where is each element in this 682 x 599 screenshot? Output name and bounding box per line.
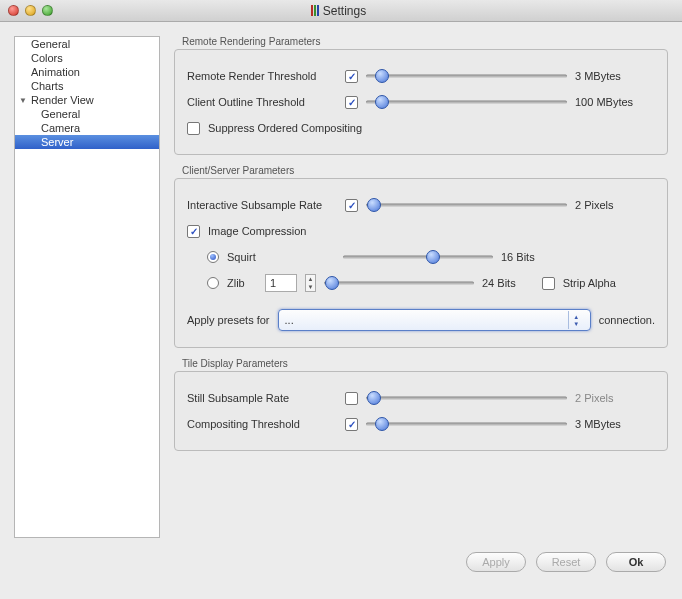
reset-button[interactable]: Reset [536,552,596,572]
zlib-level-field[interactable]: 1 [265,274,297,292]
still-subsample-slider[interactable] [366,390,567,406]
sidebar-item-animation[interactable]: Animation [15,65,159,79]
footer: Apply Reset Ok [0,552,682,584]
group-title-remote: Remote Rendering Parameters [182,36,668,47]
group-client-server: Interactive Subsample Rate 2 Pixels Imag… [174,178,668,348]
window-title: Settings [323,4,366,18]
zlib-radio[interactable] [207,277,219,289]
group-tile-display: Still Subsample Rate 2 Pixels Compositin… [174,371,668,451]
sidebar-item-label: Render View [31,94,94,106]
squirt-label: Squirt [227,251,267,263]
suppress-compositing-label: Suppress Ordered Compositing [208,122,362,134]
squirt-value: 16 Bits [501,251,535,263]
remote-render-checkbox[interactable] [345,70,358,83]
client-outline-value: 100 MBytes [575,96,655,108]
sidebar-item-colors[interactable]: Colors [15,51,159,65]
group-title-tile: Tile Display Parameters [182,358,668,369]
main-panel: Remote Rendering Parameters Remote Rende… [174,36,668,538]
sidebar-item-render-view[interactable]: ▼ Render View [15,93,159,107]
remote-render-slider[interactable] [366,68,567,84]
zlib-value: 24 Bits [482,277,516,289]
zoom-icon[interactable] [42,5,53,16]
content-area: General Colors Animation Charts ▼ Render… [0,22,682,552]
app-icon [311,5,319,16]
preset-combo[interactable]: ... ▲▼ [278,309,591,331]
compositing-threshold-slider[interactable] [366,416,567,432]
ok-button[interactable]: Ok [606,552,666,572]
sidebar-item-label: General [41,108,80,120]
strip-alpha-label: Strip Alpha [563,277,616,289]
client-outline-label: Client Outline Threshold [187,96,337,108]
sidebar-item-label: Server [41,136,73,148]
suppress-compositing-checkbox[interactable] [187,122,200,135]
sidebar-item-label: Charts [31,80,63,92]
subsample-label: Interactive Subsample Rate [187,199,337,211]
sidebar-item-label: Animation [31,66,80,78]
sidebar-item-label: General [31,38,70,50]
still-subsample-label: Still Subsample Rate [187,392,337,404]
chevron-down-icon[interactable]: ▼ [19,96,29,105]
subsample-value: 2 Pixels [575,199,655,211]
sidebar-item-rv-camera[interactable]: Camera [15,121,159,135]
sidebar: General Colors Animation Charts ▼ Render… [14,36,160,538]
preset-selected: ... [285,314,568,326]
subsample-checkbox[interactable] [345,199,358,212]
client-outline-slider[interactable] [366,94,567,110]
window-title-area: Settings [53,4,624,18]
sidebar-item-label: Camera [41,122,80,134]
close-icon[interactable] [8,5,19,16]
group-title-clientserver: Client/Server Parameters [182,165,668,176]
minimize-icon[interactable] [25,5,36,16]
sidebar-item-general[interactable]: General [15,37,159,51]
apply-button[interactable]: Apply [466,552,526,572]
still-subsample-checkbox[interactable] [345,392,358,405]
image-compression-checkbox[interactable] [187,225,200,238]
group-remote-rendering: Remote Render Threshold 3 MBytes Client … [174,49,668,155]
compositing-threshold-value: 3 MBytes [575,418,655,430]
client-outline-checkbox[interactable] [345,96,358,109]
subsample-slider[interactable] [366,197,567,213]
sidebar-item-rv-server[interactable]: Server [15,135,159,149]
remote-render-label: Remote Render Threshold [187,70,337,82]
preset-prefix: Apply presets for [187,314,270,326]
preset-suffix: connection. [599,314,655,326]
zlib-slider[interactable] [324,275,474,291]
sidebar-item-label: Colors [31,52,63,64]
squirt-slider[interactable] [343,249,493,265]
strip-alpha-checkbox[interactable] [542,277,555,290]
updown-arrows-icon: ▲▼ [568,311,584,329]
still-subsample-value: 2 Pixels [575,392,655,404]
squirt-radio[interactable] [207,251,219,263]
zlib-label: Zlib [227,277,257,289]
titlebar: Settings [0,0,682,22]
zlib-level-stepper[interactable]: ▲▼ [305,274,316,292]
sidebar-item-rv-general[interactable]: General [15,107,159,121]
sidebar-item-charts[interactable]: Charts [15,79,159,93]
remote-render-value: 3 MBytes [575,70,655,82]
window-controls [8,5,53,16]
compositing-threshold-label: Compositing Threshold [187,418,337,430]
image-compression-label: Image Compression [208,225,306,237]
compositing-threshold-checkbox[interactable] [345,418,358,431]
